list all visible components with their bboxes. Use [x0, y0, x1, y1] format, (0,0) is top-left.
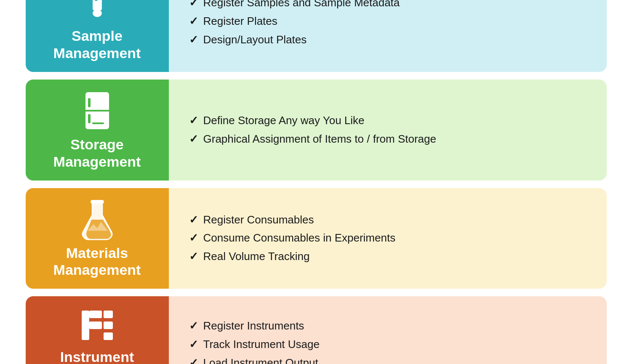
materials-bullet-3-text: Real Volume Tracking: [203, 250, 310, 264]
check-icon-2: ✓: [189, 14, 198, 29]
check-icon-3: ✓: [189, 33, 198, 47]
check-icon-1: ✓: [189, 0, 198, 10]
check-icon-4: ✓: [189, 114, 198, 128]
sample-bullet-3-text: Design/Layout Plates: [203, 33, 307, 47]
instrument-card-left: InstrumentManagement: [26, 296, 169, 364]
storage-management-card: StorageManagement ✓ Define Storage Any w…: [26, 80, 607, 181]
svg-rect-15: [89, 311, 102, 318]
instrument-bullet-2: ✓ Track Instrument Usage: [189, 337, 587, 352]
storage-card-right: ✓ Define Storage Any way You Like ✓ Grap…: [169, 80, 607, 181]
svg-rect-8: [85, 110, 109, 112]
storage-card-left: StorageManagement: [26, 80, 169, 181]
instrument-bullet-3: ✓ Load Instrument Output: [189, 356, 587, 364]
instrument-bullet-2-text: Track Instrument Usage: [203, 337, 320, 352]
flask-icon: [78, 198, 116, 240]
instrument-management-card: InstrumentManagement ✓ Register Instrume…: [26, 296, 607, 364]
sample-bullet-1-text: Register Samples and Sample Metadata: [203, 0, 400, 10]
sample-bullet-2-text: Register Plates: [203, 14, 277, 29]
sample-bullet-2: ✓ Register Plates: [189, 14, 587, 29]
svg-rect-3: [93, 10, 102, 17]
storage-bullet-1: ✓ Define Storage Any way You Like: [189, 114, 587, 128]
instrument-icon: [78, 306, 116, 344]
storage-bullet-2-text: Graphical Assignment of Items to / from …: [203, 132, 436, 146]
main-container: SampleManagement ✓ Register Samples and …: [26, 0, 607, 364]
materials-card-title: MaterialsManagement: [53, 244, 141, 279]
storage-icon: [80, 90, 114, 132]
materials-card-right: ✓ Register Consumables ✓ Consume Consuma…: [169, 188, 607, 289]
svg-rect-19: [104, 332, 113, 340]
sample-card-title: SampleManagement: [53, 27, 141, 62]
instrument-card-title: InstrumentManagement: [53, 348, 141, 364]
materials-bullet-2: ✓ Consume Consumables in Experiments: [189, 231, 587, 245]
check-icon-10: ✓: [189, 337, 198, 352]
check-icon-7: ✓: [189, 231, 198, 245]
check-icon-11: ✓: [189, 356, 198, 364]
instrument-bullet-1: ✓ Register Instruments: [189, 319, 587, 333]
check-icon-5: ✓: [189, 132, 198, 146]
sample-card-right: ✓ Register Samples and Sample Metadata ✓…: [169, 0, 607, 72]
instrument-bullet-3-text: Load Instrument Output: [203, 356, 318, 364]
sample-bullet-1: ✓ Register Samples and Sample Metadata: [189, 0, 587, 10]
storage-card-title: StorageManagement: [53, 136, 141, 170]
svg-rect-18: [104, 321, 113, 329]
sample-bullet-3: ✓ Design/Layout Plates: [189, 33, 587, 47]
check-icon-8: ✓: [189, 250, 198, 264]
materials-bullet-1: ✓ Register Consumables: [189, 213, 587, 227]
test-tube-icon: [80, 0, 114, 23]
svg-rect-10: [88, 114, 91, 123]
materials-management-card: MaterialsManagement ✓ Register Consumabl…: [26, 188, 607, 289]
svg-rect-16: [89, 321, 102, 329]
sample-management-card: SampleManagement ✓ Register Samples and …: [26, 0, 607, 72]
svg-rect-13: [91, 200, 104, 203]
svg-rect-11: [92, 122, 104, 124]
materials-card-left: MaterialsManagement: [26, 188, 169, 289]
sample-card-left: SampleManagement: [26, 0, 169, 72]
instrument-card-right: ✓ Register Instruments ✓ Track Instrumen…: [169, 296, 607, 364]
materials-bullet-2-text: Consume Consumables in Experiments: [203, 231, 396, 245]
svg-rect-9: [88, 98, 91, 107]
materials-bullet-3: ✓ Real Volume Tracking: [189, 250, 587, 264]
svg-rect-14: [82, 311, 89, 340]
check-icon-6: ✓: [189, 213, 198, 227]
materials-bullet-1-text: Register Consumables: [203, 213, 314, 227]
storage-bullet-1-text: Define Storage Any way You Like: [203, 114, 365, 128]
storage-bullet-2: ✓ Graphical Assignment of Items to / fro…: [189, 132, 587, 146]
check-icon-9: ✓: [189, 319, 198, 333]
instrument-bullet-1-text: Register Instruments: [203, 319, 304, 333]
svg-rect-17: [104, 311, 113, 318]
